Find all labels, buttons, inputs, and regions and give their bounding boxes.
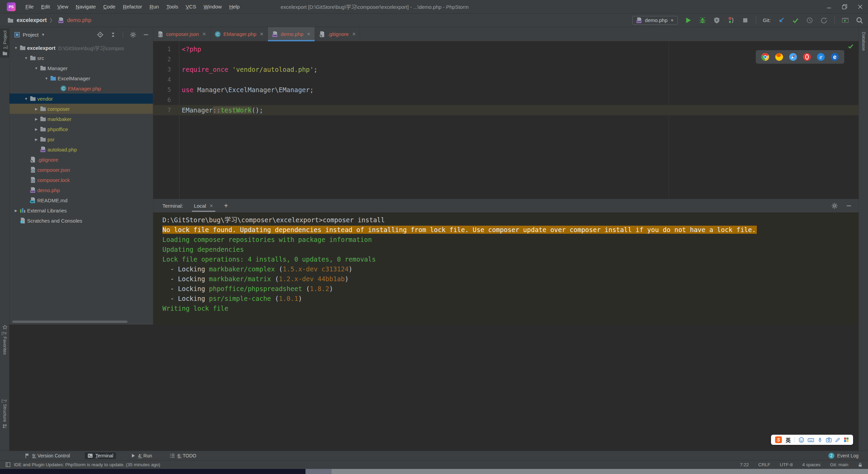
- tree-item-psr[interactable]: ▶psr: [9, 134, 153, 144]
- menu-window[interactable]: Window: [200, 2, 225, 11]
- git-commit-button[interactable]: [792, 17, 799, 24]
- new-terminal-session-button[interactable]: +: [224, 202, 228, 210]
- tree-item-scratches-and-consoles[interactable]: Scratches and Consoles: [9, 215, 153, 226]
- indent-setting[interactable]: 4 spaces: [802, 462, 821, 467]
- tree-item-composer.json[interactable]: {}composer.json: [9, 165, 153, 175]
- project-panel-title[interactable]: Project: [23, 32, 39, 38]
- code-editor[interactable]: 1<?php23require_once 'vendor/autoload.ph…: [153, 41, 859, 199]
- chrome-browser-icon[interactable]: [761, 53, 770, 61]
- menu-help[interactable]: Help: [225, 2, 243, 11]
- revert-button[interactable]: [820, 17, 828, 24]
- firefox-browser-icon[interactable]: [775, 53, 784, 61]
- ime-screenshot-icon[interactable]: [826, 437, 832, 442]
- chevron-right-icon[interactable]: ▶: [12, 209, 20, 212]
- chevron-down-icon[interactable]: ▼: [43, 77, 50, 80]
- safari-browser-icon[interactable]: [789, 53, 797, 61]
- hide-panel-icon[interactable]: [846, 203, 852, 209]
- git-branch[interactable]: Git: main: [830, 462, 848, 467]
- debug-button[interactable]: [699, 17, 706, 24]
- settings-gear-icon[interactable]: [130, 32, 136, 38]
- stop-button[interactable]: [742, 17, 749, 24]
- tab-demo.php[interactable]: PHPdemo.php✕: [268, 27, 315, 41]
- close-icon[interactable]: ✕: [352, 32, 356, 37]
- toolwindow-button-4-run[interactable]: 4: Run: [128, 452, 155, 459]
- toolwindow-button-6-todo[interactable]: 6: TODO: [167, 452, 199, 459]
- chevron-right-icon[interactable]: ▶: [33, 107, 40, 111]
- ime-language-indicator[interactable]: 英: [786, 436, 791, 444]
- settings-gear-icon[interactable]: [831, 203, 838, 209]
- tree-item-vendor[interactable]: ▼vendor: [9, 94, 153, 104]
- tab-.gitignore[interactable]: .gitignore✕: [315, 27, 360, 41]
- ime-handwriting-icon[interactable]: [835, 437, 840, 442]
- tab-emanager.php[interactable]: CEManager.php✕: [211, 27, 268, 41]
- restore-button[interactable]: [837, 0, 852, 13]
- close-icon[interactable]: ✕: [307, 32, 311, 37]
- chevron-down-icon[interactable]: ▼: [41, 33, 45, 37]
- collapse-all-icon[interactable]: [110, 32, 116, 38]
- menu-navigate[interactable]: Navigate: [72, 2, 99, 11]
- tree-item-src[interactable]: ▼src: [9, 53, 153, 63]
- tree-item-composer.lock[interactable]: {}composer.lock: [9, 175, 153, 185]
- tab-composer.json[interactable]: {}composer.json✕: [153, 27, 211, 41]
- file-encoding[interactable]: UTF-8: [780, 462, 793, 467]
- chevron-right-icon[interactable]: ▶: [33, 138, 40, 141]
- run-anything-button[interactable]: [842, 17, 849, 24]
- attach-debugger-button[interactable]: [727, 17, 735, 24]
- close-icon[interactable]: ✕: [210, 203, 213, 208]
- run-button[interactable]: [685, 17, 692, 24]
- chevron-down-icon[interactable]: ▼: [12, 46, 20, 50]
- menu-file[interactable]: File: [22, 2, 37, 11]
- chevron-right-icon[interactable]: ▶: [33, 117, 40, 121]
- tree-item-excelmanager[interactable]: ▼ExcelManager: [9, 73, 153, 83]
- sogou-logo-icon[interactable]: S: [775, 436, 782, 443]
- ime-emoji-icon[interactable]: [798, 437, 804, 443]
- chevron-down-icon[interactable]: ▼: [22, 97, 30, 101]
- menu-code[interactable]: Code: [100, 2, 119, 11]
- toolwindow-database-button[interactable]: Database: [859, 30, 868, 53]
- toolwindow-button-terminal[interactable]: Terminal: [85, 452, 116, 459]
- ime-keyboard-icon[interactable]: [808, 437, 814, 443]
- tree-item-external-libraries[interactable]: ▶External Libraries: [9, 205, 153, 215]
- run-with-coverage-button[interactable]: [713, 17, 721, 24]
- git-update-button[interactable]: [777, 17, 785, 24]
- toolwindow-button-9-version-control[interactable]: 9: Version Control: [22, 452, 73, 459]
- tree-item-composer[interactable]: ▶composer: [9, 104, 153, 114]
- terminal-tab-local[interactable]: Local ✕: [192, 200, 215, 212]
- hide-panel-icon[interactable]: [143, 32, 149, 38]
- menu-refactor[interactable]: Refactor: [119, 2, 146, 11]
- toolwindow-toggle-icon[interactable]: [5, 462, 11, 467]
- toolwindow-favorites-button[interactable]: 2: Favorites: [0, 323, 9, 357]
- menu-tools[interactable]: Tools: [163, 2, 182, 11]
- tree-item-.gitignore[interactable]: .gitignore: [9, 154, 153, 165]
- menu-run[interactable]: Run: [146, 2, 163, 11]
- chevron-down-icon[interactable]: ▼: [33, 66, 40, 70]
- ie-browser-icon[interactable]: e: [816, 53, 825, 61]
- history-button[interactable]: [806, 17, 813, 24]
- inspection-profile-icon[interactable]: [858, 462, 863, 467]
- toolwindow-structure-button[interactable]: 7: Structure: [0, 397, 9, 431]
- tree-item-markbaker[interactable]: ▶markbaker: [9, 114, 153, 124]
- chevron-down-icon[interactable]: ▼: [22, 56, 30, 60]
- tree-item-readme.md[interactable]: MDREADME.md: [9, 195, 153, 205]
- tree-item-demo.php[interactable]: PHPdemo.php: [9, 185, 153, 195]
- ime-mic-icon[interactable]: [817, 437, 823, 443]
- chevron-right-icon[interactable]: ▶: [33, 127, 40, 131]
- opera-browser-icon[interactable]: [803, 53, 811, 61]
- minimize-button[interactable]: [821, 0, 837, 13]
- tree-item-excelexport[interactable]: ▼excelexportD:\GitStore\bug\学习\compos: [9, 43, 153, 53]
- menu-view[interactable]: View: [54, 2, 72, 11]
- tree-item-autoload.php[interactable]: PHPautoload.php: [9, 144, 153, 154]
- close-icon[interactable]: ✕: [202, 32, 206, 37]
- tree-item-emanager.php[interactable]: CEManager.php: [9, 83, 153, 94]
- toolwindow-project-button[interactable]: 1: Project: [0, 28, 9, 58]
- status-message[interactable]: IDE and Plugin Updates: PhpStorm is read…: [14, 462, 160, 467]
- menu-edit[interactable]: Edit: [37, 2, 54, 11]
- edge-browser-icon[interactable]: e: [830, 53, 839, 61]
- tree-item-manager[interactable]: ▼Manager: [9, 63, 153, 73]
- caret-position[interactable]: 7:22: [740, 462, 749, 467]
- close-button[interactable]: [852, 0, 868, 13]
- horizontal-scrollbar[interactable]: [12, 321, 127, 323]
- close-icon[interactable]: ✕: [260, 32, 263, 37]
- search-everywhere-button[interactable]: [856, 17, 863, 24]
- tree-item-phpoffice[interactable]: ▶phpoffice: [9, 124, 153, 134]
